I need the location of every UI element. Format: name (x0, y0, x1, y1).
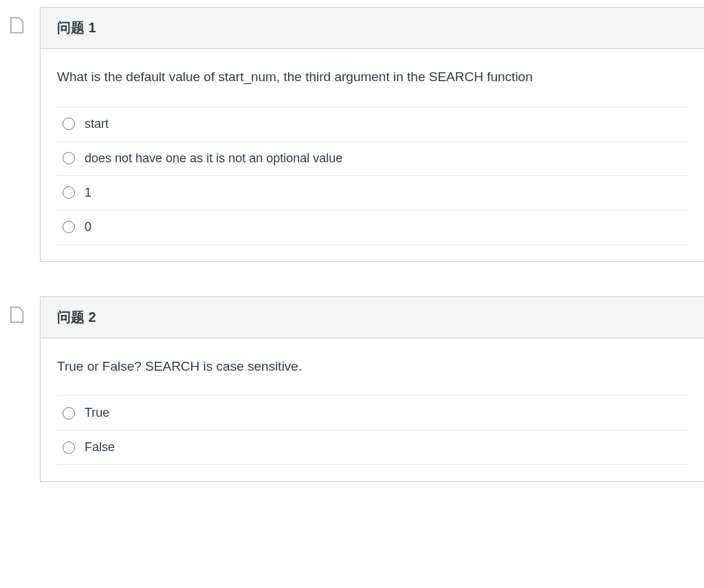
option-row[interactable]: does not have one as it is not an option… (57, 141, 688, 176)
option-row[interactable]: 1 (57, 175, 688, 210)
radio-icon (63, 442, 75, 454)
radio-icon (63, 118, 75, 130)
option-row[interactable]: False (57, 430, 688, 465)
question-prompt: True or False? SEARCH is case sensitive. (57, 358, 688, 376)
question-block-2: 问题 2 True or False? SEARCH is case sensi… (7, 296, 704, 483)
option-label: 1 (85, 186, 91, 200)
radio-icon (63, 186, 75, 199)
bookmark-icon[interactable] (7, 305, 28, 325)
option-label: False (85, 440, 115, 455)
question-block-1: 问题 1 What is the default value of start_… (7, 7, 704, 262)
bookmark-icon[interactable] (7, 15, 28, 36)
radio-icon (63, 221, 75, 233)
question-card: 问题 1 What is the default value of start_… (40, 7, 704, 262)
option-label: does not have one as it is not an option… (85, 151, 342, 166)
radio-icon (63, 152, 75, 164)
option-row[interactable]: True (57, 395, 688, 431)
radio-icon (63, 407, 75, 420)
question-prompt: What is the default value of start_num, … (57, 68, 688, 87)
option-label: 0 (85, 220, 91, 235)
question-title: 问题 1 (57, 19, 688, 37)
option-label: True (85, 406, 109, 420)
option-row[interactable]: 0 (57, 210, 688, 245)
question-header: 问题 1 (41, 8, 704, 49)
option-label: start (85, 117, 109, 131)
question-body: What is the default value of start_num, … (41, 49, 704, 261)
question-header: 问题 2 (41, 297, 704, 338)
question-title: 问题 2 (57, 308, 688, 327)
option-row[interactable]: start (57, 107, 688, 142)
question-card: 问题 2 True or False? SEARCH is case sensi… (40, 296, 704, 483)
question-body: True or False? SEARCH is case sensitive.… (41, 338, 704, 482)
